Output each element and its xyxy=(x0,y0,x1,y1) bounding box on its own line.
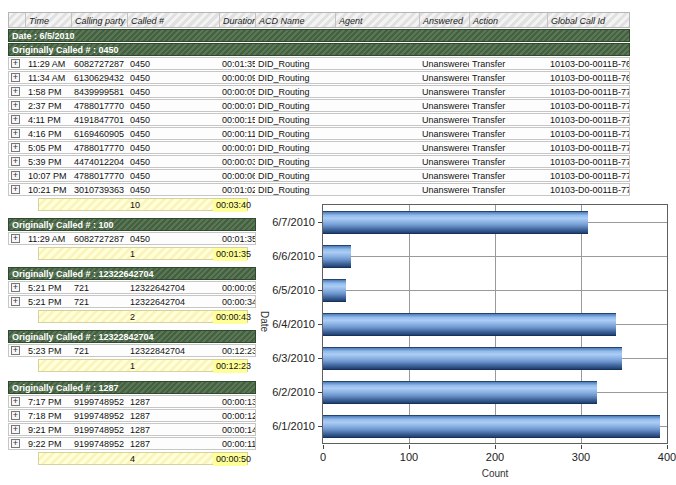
cell-duration: 00:00:14 xyxy=(219,424,255,435)
expand-cell: + xyxy=(9,438,25,449)
table-row: +5:39 PM4474012204045000:00:03DID_Routin… xyxy=(8,155,630,168)
cell-answered: Unanswered xyxy=(419,128,469,139)
cell-answered: Unanswered xyxy=(419,86,469,97)
y-tick-label: 6/3/2010 xyxy=(258,352,315,365)
cell-duration: 00:00:06 xyxy=(219,170,255,181)
expand-row-button[interactable]: + xyxy=(11,297,20,306)
cell-time: 7:17 PM xyxy=(25,396,71,407)
expand-row-button[interactable]: + xyxy=(11,439,20,448)
table-row: +4:16 PM6169460905045000:00:11DID_Routin… xyxy=(8,127,630,140)
cell-time: 10:07 PM xyxy=(25,170,71,181)
expand-row-button[interactable]: + xyxy=(11,115,20,124)
cell-time: 5:05 PM xyxy=(25,142,71,153)
table-row: +1:58 PM8439999581045000:00:05DID_Routin… xyxy=(8,85,630,98)
expand-cell: + xyxy=(9,345,25,356)
cell-action: Transfer xyxy=(469,128,547,139)
y-axis-tick xyxy=(318,324,322,325)
cell-acd-name: DID_Routing xyxy=(255,86,335,97)
column-header-agent: Agent xyxy=(335,13,419,27)
expand-row-button[interactable]: + xyxy=(11,411,20,420)
expand-cell: + xyxy=(9,282,25,293)
expand-row-button[interactable]: + xyxy=(11,234,20,243)
cell-called-number: 12322842704 xyxy=(127,345,219,356)
cell-acd-name: DID_Routing xyxy=(255,170,335,181)
cell-duration: 00:01:35 xyxy=(219,233,255,244)
cell-called-number: 0450 xyxy=(127,58,219,69)
y-tick-label: 6/2/2010 xyxy=(258,386,315,399)
cell-time: 11:34 AM xyxy=(25,72,71,83)
expand-row-button[interactable]: + xyxy=(11,101,20,110)
cell-duration: 00:00:11 xyxy=(219,438,255,449)
x-tick-label: 100 xyxy=(387,451,431,463)
cell-time: 11:29 AM xyxy=(25,233,71,244)
cell-global-call-id: 10103-D0-0011B-772 xyxy=(547,114,629,125)
cell-calling-party: 8439999581 xyxy=(71,86,127,97)
cell-duration: 00:01:02 xyxy=(219,184,255,195)
cell-called-number: 0450 xyxy=(127,142,219,153)
expand-row-button[interactable]: + xyxy=(11,171,20,180)
expand-row-button[interactable]: + xyxy=(11,143,20,152)
cell-duration: 00:12:23 xyxy=(219,345,255,356)
expand-row-button[interactable]: + xyxy=(11,346,20,355)
y-tick-label: 6/7/2010 xyxy=(258,216,315,229)
column-header-acd: ACD Name xyxy=(255,13,335,27)
cell-answered: Unanswered xyxy=(419,72,469,83)
column-header-calling: Calling party # xyxy=(71,13,127,27)
cell-duration: 00:00:09 xyxy=(219,72,255,83)
cell-acd-name: DID_Routing xyxy=(255,100,335,111)
cell-answered: Unanswered xyxy=(419,100,469,111)
column-header-duration: Duration xyxy=(219,13,255,27)
x-axis-tick xyxy=(323,445,324,449)
cell-time: 9:22 PM xyxy=(25,438,71,449)
y-axis-tick xyxy=(318,426,322,427)
cell-duration: 00:00:05 xyxy=(219,86,255,97)
cell-called-number: 1287 xyxy=(127,424,219,435)
cell-duration: 00:00:07 xyxy=(219,142,255,153)
summary-total-duration: 00:00:43 xyxy=(213,311,247,324)
cell-global-call-id: 10103-D0-0011B-770 xyxy=(547,86,629,97)
cell-called-number: 1287 xyxy=(127,396,219,407)
chart-plot-area xyxy=(322,204,668,444)
cell-agent xyxy=(335,184,419,195)
expand-row-button[interactable]: + xyxy=(11,283,20,292)
chart-bar xyxy=(323,347,622,370)
expand-row-button[interactable]: + xyxy=(11,397,20,406)
cell-global-call-id: 10103-D0-0011B-778 xyxy=(547,156,629,167)
cell-calling-party: 9199748952 xyxy=(71,410,127,421)
table-row: +5:05 PM4788017770045000:00:07DID_Routin… xyxy=(8,141,630,154)
expand-row-button[interactable]: + xyxy=(11,157,20,166)
cell-called-number: 12322642704 xyxy=(127,296,219,307)
report-page: TimeCalling party #Called #DurationACD N… xyxy=(0,0,676,485)
chart-bar xyxy=(323,279,346,302)
cell-called-number: 12322642704 xyxy=(127,282,219,293)
horizontal-gridline xyxy=(323,256,667,257)
cell-global-call-id: 10103-D0-0011B-76F xyxy=(547,72,629,83)
date-group-header: Date : 6/5/2010 xyxy=(8,29,630,42)
expand-row-button[interactable]: + xyxy=(11,59,20,68)
cell-called-number: 1287 xyxy=(127,410,219,421)
cell-calling-party: 6169460905 xyxy=(71,128,127,139)
expand-row-button[interactable]: + xyxy=(11,87,20,96)
y-axis-tick xyxy=(318,358,322,359)
cell-duration: 00:00:11 xyxy=(219,128,255,139)
table-row: +11:29 AM6082727287045000:01:35DID_Routi… xyxy=(8,57,630,70)
cell-answered: Unanswered xyxy=(419,142,469,153)
chart-bar xyxy=(323,245,351,268)
cell-acd-name: DID_Routing xyxy=(255,128,335,139)
cell-acd-name: DID_Routing xyxy=(255,114,335,125)
summary-call-count: 10 xyxy=(127,199,213,212)
table-row: +5:21 PM7211232264270400:00:34 xyxy=(8,295,256,308)
expand-row-button[interactable]: + xyxy=(11,129,20,138)
expand-cell: + xyxy=(9,410,25,421)
group-summary-row: 200:00:43 xyxy=(38,310,248,323)
summary-call-count: 4 xyxy=(127,453,213,466)
expand-row-button[interactable]: + xyxy=(11,73,20,82)
expand-row-button[interactable]: + xyxy=(11,425,20,434)
expand-cell: + xyxy=(9,156,25,167)
cell-calling-party: 721 xyxy=(71,345,127,356)
cell-duration: 00:00:03 xyxy=(219,156,255,167)
cell-time: 5:39 PM xyxy=(25,156,71,167)
summary-spacer xyxy=(39,248,127,261)
cell-action: Transfer xyxy=(469,58,547,69)
expand-row-button[interactable]: + xyxy=(11,185,20,194)
